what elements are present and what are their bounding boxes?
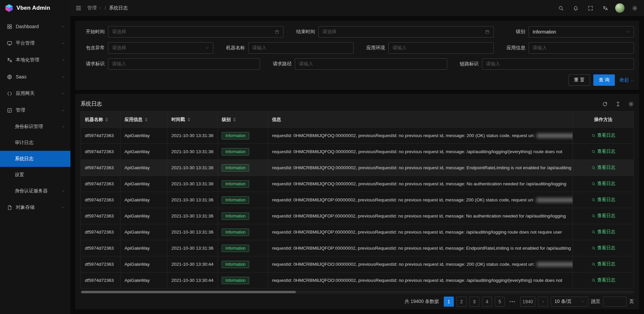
start-time-input[interactable]: 请选择 bbox=[108, 26, 283, 38]
column-label: 应用信息 bbox=[124, 117, 143, 123]
trace-id-input[interactable]: 请输入 bbox=[482, 58, 634, 70]
field-text: 请选择 bbox=[322, 29, 336, 35]
sort-icon[interactable] bbox=[187, 118, 190, 122]
cell-message: requestId: 0HMCRBM8JQFOP:00000002, previ… bbox=[268, 208, 573, 224]
row-height-icon[interactable] bbox=[615, 101, 621, 107]
query-button[interactable]: 查 询 bbox=[593, 74, 615, 86]
page-button-1940[interactable]: 1940 bbox=[520, 297, 535, 307]
cell-level: Information bbox=[218, 192, 268, 208]
request-id-input[interactable]: 请输入 bbox=[108, 58, 260, 70]
sidebar-item-label: 对象存储 bbox=[16, 204, 61, 210]
topbar-fullscreen-button[interactable] bbox=[583, 0, 598, 16]
next-page-button[interactable] bbox=[538, 297, 548, 307]
view-log-label: 查看日志 bbox=[597, 132, 615, 138]
page-button-4[interactable]: 4 bbox=[482, 297, 492, 307]
app-info-input[interactable]: 请输入 bbox=[529, 42, 634, 54]
topbar-notifications-button[interactable] bbox=[568, 0, 583, 16]
app-root: Vben Admin Dashboard平台管理本地化管理Saas应用网关管理身… bbox=[0, 0, 644, 314]
message-text: requestId: 0HMCRBM8JQFOP:00000002, previ… bbox=[272, 230, 562, 235]
message-text: requestId: 0HMCRBM8JQFOQ:00000002, previ… bbox=[272, 149, 562, 154]
column-header-machine[interactable]: 机器名称 bbox=[81, 112, 120, 128]
field-label: 机器名称 bbox=[221, 45, 245, 51]
view-log-button[interactable]: 查看日志 bbox=[591, 181, 615, 187]
column-label: 操作方法 bbox=[594, 117, 612, 123]
logo[interactable]: Vben Admin bbox=[0, 0, 70, 16]
topbar-locale-button[interactable] bbox=[598, 0, 612, 16]
calendar-icon bbox=[275, 29, 279, 34]
reset-button[interactable]: 重 置 bbox=[569, 74, 590, 86]
request-path-input[interactable]: 请输入 bbox=[295, 58, 447, 70]
sidebar-item-admin[interactable]: 管理 bbox=[0, 102, 70, 119]
view-log-button[interactable]: 查看日志 bbox=[591, 245, 615, 251]
sidebar-item-gateway[interactable]: 应用网关 bbox=[0, 85, 70, 102]
page-button-3[interactable]: 3 bbox=[469, 297, 479, 307]
view-log-button[interactable]: 查看日志 bbox=[591, 197, 615, 203]
horizontal-scrollbar[interactable] bbox=[80, 291, 634, 294]
column-settings-icon[interactable] bbox=[628, 101, 634, 107]
cell-timestamp: 2021-10-30 13:31:36 bbox=[167, 224, 218, 240]
view-log-label: 查看日志 bbox=[597, 181, 615, 187]
column-header-level[interactable]: 级别 bbox=[218, 112, 268, 128]
sidebar-item-platform[interactable]: 平台管理 bbox=[0, 35, 70, 52]
field-text: 请输入 bbox=[486, 61, 500, 67]
cell-timestamp: 2021-10-30 13:31:38 bbox=[167, 176, 218, 192]
search-icon bbox=[558, 5, 564, 11]
page-size-select[interactable]: 10 条/页 bbox=[551, 297, 588, 307]
page-button-1[interactable]: 1 bbox=[444, 297, 454, 307]
search-icon bbox=[591, 149, 596, 154]
view-log-button[interactable]: 查看日志 bbox=[591, 165, 615, 171]
sidebar-item-audit-logs[interactable]: 审计日志 bbox=[0, 135, 70, 151]
page-button-2[interactable]: 2 bbox=[457, 297, 467, 307]
sidebar-item-saas[interactable]: Saas bbox=[0, 68, 70, 85]
column-header-time[interactable]: 时间戳 bbox=[167, 112, 218, 128]
view-log-button[interactable]: 查看日志 bbox=[591, 277, 615, 283]
page-button-5[interactable]: 5 bbox=[495, 297, 505, 307]
machine-name-input[interactable]: 请输入 bbox=[248, 42, 354, 54]
sidebar-item-identity-management[interactable]: 身份标识管理 bbox=[0, 119, 70, 135]
app-environment-input[interactable]: 请输入 bbox=[388, 42, 494, 54]
sidebar-item-localization[interactable]: 本地化管理 bbox=[0, 52, 70, 68]
sidebar-item-system-logs[interactable]: 系统日志 bbox=[0, 151, 70, 167]
log-table: 机器名称应用信息时间戳级别信息操作方法df5974d72363ApiGateWa… bbox=[80, 111, 634, 289]
field-label: 开始时间 bbox=[80, 29, 105, 35]
cell-message: requestId: 0HMCRBM8JQFOQ:00000002, previ… bbox=[268, 128, 573, 144]
view-log-button[interactable]: 查看日志 bbox=[591, 148, 615, 154]
cell-app-info: ApiGateWay bbox=[120, 192, 167, 208]
redacted-blur bbox=[537, 262, 573, 267]
end-time-input[interactable]: 请选择 bbox=[318, 26, 494, 38]
column-header-app[interactable]: 应用信息 bbox=[120, 112, 167, 128]
sidebar-item-label: Saas bbox=[16, 74, 61, 79]
breadcrumb-item: 系统日志 bbox=[109, 5, 128, 11]
topbar-avatar-button[interactable] bbox=[612, 0, 627, 16]
sidebar-item-dashboard[interactable]: Dashboard bbox=[0, 18, 70, 35]
table-row: df5974d72363ApiGateWay2021-10-30 13:31:3… bbox=[81, 224, 634, 240]
breadcrumb-item[interactable]: 管理 bbox=[87, 5, 102, 11]
has-exception-input[interactable]: 请选择 bbox=[108, 42, 213, 54]
cell-app-info: ApiGateWay bbox=[120, 240, 167, 256]
field-label: 应用环境 bbox=[361, 45, 385, 51]
sort-icon[interactable] bbox=[105, 118, 108, 122]
sort-icon[interactable] bbox=[145, 118, 148, 122]
level-input[interactable]: Information bbox=[529, 26, 634, 38]
cell-level: Information bbox=[218, 272, 268, 289]
form-actions: 重 置 查 询 收起 bbox=[80, 74, 634, 86]
field-text: 请输入 bbox=[533, 45, 547, 51]
topbar-settings-button[interactable] bbox=[627, 0, 642, 16]
sidebar-item-object-storage[interactable]: 对象存储 bbox=[0, 199, 70, 216]
jump-input[interactable] bbox=[603, 297, 627, 307]
view-log-label: 查看日志 bbox=[597, 148, 615, 154]
sidebar-item-auth-server[interactable]: 身份认证服务器 bbox=[0, 183, 70, 199]
search-icon bbox=[591, 262, 596, 266]
scrollbar-thumb[interactable] bbox=[81, 291, 296, 293]
view-log-button[interactable]: 查看日志 bbox=[591, 261, 615, 267]
topbar-search-button[interactable] bbox=[553, 0, 568, 16]
collapse-link[interactable]: 收起 bbox=[620, 77, 634, 83]
view-log-button[interactable]: 查看日志 bbox=[591, 229, 615, 235]
sidebar-item-settings[interactable]: 设置 bbox=[0, 167, 70, 183]
view-log-button[interactable]: 查看日志 bbox=[591, 213, 615, 219]
sort-icon[interactable] bbox=[233, 118, 236, 122]
refresh-icon[interactable] bbox=[602, 101, 608, 107]
menu-fold-icon[interactable] bbox=[75, 5, 82, 11]
sidebar-item-label: 系统日志 bbox=[15, 156, 65, 162]
view-log-button[interactable]: 查看日志 bbox=[591, 132, 615, 138]
